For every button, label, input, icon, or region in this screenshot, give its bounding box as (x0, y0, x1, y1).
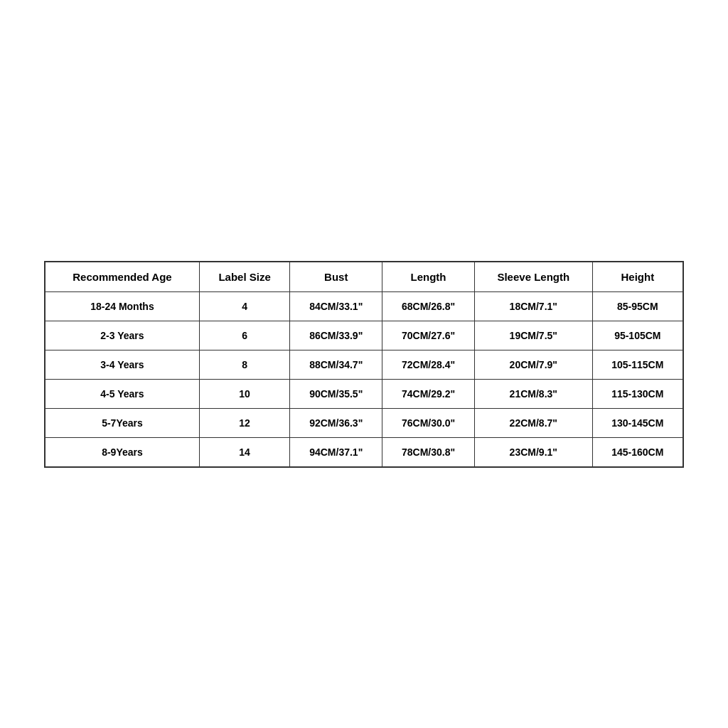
table-row: 8-9Years1494CM/37.1"78CM/30.8"23CM/9.1"1… (45, 437, 683, 467)
cell-label-size: 4 (199, 291, 289, 321)
table-row: 18-24 Months484CM/33.1"68CM/26.8"18CM/7.… (45, 291, 683, 321)
cell-label-size: 8 (199, 350, 289, 379)
cell-sleeve-length: 22CM/8.7" (474, 408, 592, 437)
header-recommended-age: Recommended Age (45, 262, 199, 292)
header-height: Height (592, 262, 683, 292)
size-chart-container: Recommended Age Label Size Bust Length S… (44, 261, 684, 468)
cell-length: 74CM/29.2" (382, 379, 475, 408)
cell-sleeve-length: 23CM/9.1" (474, 437, 592, 467)
cell-height: 115-130CM (592, 379, 683, 408)
header-length: Length (382, 262, 475, 292)
header-label-size: Label Size (199, 262, 289, 292)
cell-length: 78CM/30.8" (382, 437, 475, 467)
cell-length: 72CM/28.4" (382, 350, 475, 379)
cell-bust: 94CM/37.1" (290, 437, 382, 467)
cell-height: 85-95CM (592, 291, 683, 321)
table-row: 3-4 Years888CM/34.7"72CM/28.4"20CM/7.9"1… (45, 350, 683, 379)
header-bust: Bust (290, 262, 382, 292)
cell-age: 2-3 Years (45, 321, 199, 350)
cell-label-size: 14 (199, 437, 289, 467)
cell-age: 4-5 Years (45, 379, 199, 408)
cell-bust: 88CM/34.7" (290, 350, 382, 379)
cell-age: 18-24 Months (45, 291, 199, 321)
cell-label-size: 10 (199, 379, 289, 408)
cell-height: 95-105CM (592, 321, 683, 350)
cell-age: 8-9Years (45, 437, 199, 467)
cell-bust: 92CM/36.3" (290, 408, 382, 437)
cell-height: 145-160CM (592, 437, 683, 467)
cell-sleeve-length: 19CM/7.5" (474, 321, 592, 350)
cell-age: 5-7Years (45, 408, 199, 437)
cell-length: 68CM/26.8" (382, 291, 475, 321)
cell-height: 130-145CM (592, 408, 683, 437)
header-sleeve-length: Sleeve Length (474, 262, 592, 292)
cell-bust: 84CM/33.1" (290, 291, 382, 321)
cell-sleeve-length: 18CM/7.1" (474, 291, 592, 321)
table-row: 4-5 Years1090CM/35.5"74CM/29.2"21CM/8.3"… (45, 379, 683, 408)
cell-age: 3-4 Years (45, 350, 199, 379)
cell-sleeve-length: 20CM/7.9" (474, 350, 592, 379)
size-chart-table: Recommended Age Label Size Bust Length S… (44, 261, 684, 468)
cell-bust: 90CM/35.5" (290, 379, 382, 408)
cell-length: 76CM/30.0" (382, 408, 475, 437)
table-row: 5-7Years1292CM/36.3"76CM/30.0"22CM/8.7"1… (45, 408, 683, 437)
cell-sleeve-length: 21CM/8.3" (474, 379, 592, 408)
table-row: 2-3 Years686CM/33.9"70CM/27.6"19CM/7.5"9… (45, 321, 683, 350)
cell-bust: 86CM/33.9" (290, 321, 382, 350)
cell-height: 105-115CM (592, 350, 683, 379)
cell-label-size: 12 (199, 408, 289, 437)
cell-label-size: 6 (199, 321, 289, 350)
table-header-row: Recommended Age Label Size Bust Length S… (45, 262, 683, 292)
cell-length: 70CM/27.6" (382, 321, 475, 350)
